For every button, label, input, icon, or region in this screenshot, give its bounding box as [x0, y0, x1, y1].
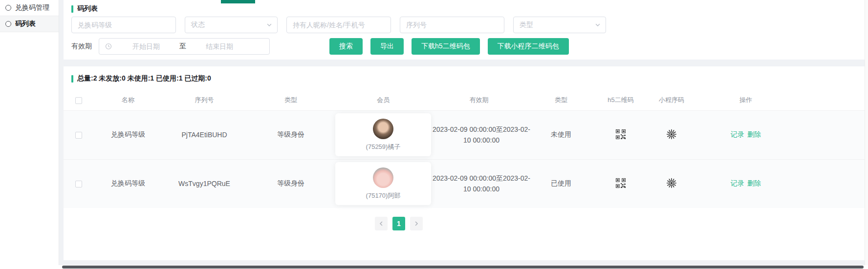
member-name: (75170)阿部	[366, 191, 401, 200]
serial-number-input[interactable]	[400, 17, 504, 33]
delete-link[interactable]: 删除	[747, 179, 761, 187]
summary-text: 总量:2 未发放:0 未使用:1 已使用:1 已过期:0	[77, 74, 211, 83]
codes-table: 名称序列号类型会员有效期类型h5二维码小程序码操作 兑换码等级PjTA4EtiB…	[64, 90, 865, 208]
select-placeholder: 类型	[520, 21, 533, 29]
radio-circle-icon	[5, 5, 11, 11]
page: 兑换码管理码列表 码列表 状态类型 有效期 至 搜索导出下载h5二维码包下载小程…	[0, 0, 868, 269]
search-button[interactable]: 搜索	[329, 38, 363, 55]
member-name: (75259)橘子	[366, 143, 401, 151]
end-date-input[interactable]	[190, 42, 249, 50]
chevron-down-icon	[595, 22, 601, 28]
sidebar-item[interactable]: 兑换码管理	[0, 0, 59, 16]
row-checkbox[interactable]	[75, 132, 82, 139]
status-cell: 未使用	[527, 110, 595, 159]
record-link[interactable]: 记录	[731, 179, 744, 187]
horizontal-scrollbar[interactable]	[59, 265, 868, 269]
download-miniprogram-qrcode-button[interactable]: 下载小程序二维码包	[488, 38, 569, 55]
radio-circle-icon	[5, 21, 11, 27]
select-placeholder: 状态	[191, 21, 205, 29]
column-header: 类型	[527, 90, 595, 110]
miniprogram-code-icon[interactable]	[666, 129, 677, 140]
prev-page-button[interactable]	[375, 217, 388, 230]
date-separator: 至	[179, 42, 186, 51]
type-select[interactable]: 类型	[513, 17, 606, 33]
status-cell: 已使用	[527, 159, 595, 208]
current-page-button[interactable]: 1	[392, 217, 405, 230]
filter-panel: 码列表 状态类型 有效期 至 搜索导出下载h5二维码包下载小程序二维码包	[64, 0, 865, 60]
next-icon	[413, 221, 419, 227]
table-panel: 总量:2 未发放:0 未使用:1 已使用:1 已过期:0 名称序列号类型会员有效…	[64, 66, 865, 260]
sidebar: 兑换码管理码列表	[0, 0, 59, 265]
start-date-input[interactable]	[117, 42, 175, 50]
code-level-input[interactable]	[71, 17, 176, 33]
actions-cell: 记录删除	[697, 110, 795, 159]
row-checkbox[interactable]	[75, 181, 82, 187]
clipped-page-element	[221, 0, 255, 3]
table-body: 兑换码等级PjTA4EtiBUHD等级身份(75259)橘子2023-02-09…	[64, 110, 865, 208]
table-row: 兑换码等级WsTvgy1PQRuE等级身份(75170)阿部2023-02-09…	[64, 159, 865, 208]
column-header: 序列号	[162, 90, 246, 110]
member-cell: (75259)橘子	[335, 110, 431, 159]
miniprogram-code-icon[interactable]	[666, 178, 677, 188]
qr-code-icon[interactable]	[616, 129, 626, 139]
holder-input[interactable]	[286, 17, 391, 33]
prev-icon	[378, 221, 384, 227]
member-cell: (75170)阿部	[335, 159, 431, 208]
summary-bar: 总量:2 未发放:0 未使用:1 已使用:1 已过期:0	[64, 72, 865, 90]
serial-cell: WsTvgy1PQRuE	[162, 159, 246, 208]
sidebar-item-label: 码列表	[15, 20, 36, 28]
column-header: h5二维码	[595, 90, 646, 110]
column-header: 有效期	[431, 90, 527, 110]
serial-cell: PjTA4EtiBUHD	[162, 110, 246, 159]
h5-qrcode-cell	[595, 110, 646, 159]
validity-label: 有效期	[71, 42, 94, 51]
main-content: 码列表 状态类型 有效期 至 搜索导出下载h5二维码包下载小程序二维码包	[59, 0, 865, 265]
column-header: 类型	[246, 90, 335, 110]
next-page-button[interactable]	[410, 217, 423, 230]
accent-bar-icon	[71, 75, 73, 83]
record-link[interactable]: 记录	[731, 130, 744, 138]
column-header: 操作	[697, 90, 795, 110]
table-header-row: 名称序列号类型会员有效期类型h5二维码小程序码操作	[64, 90, 865, 110]
chevron-down-icon	[266, 22, 272, 28]
select-all-checkbox[interactable]	[75, 97, 82, 104]
filter-row-2: 有效期 至 搜索导出下载h5二维码包下载小程序二维码包	[71, 38, 857, 55]
actions-cell: 记录删除	[697, 159, 795, 208]
clock-icon	[105, 43, 112, 50]
pagination: 1	[64, 217, 734, 230]
validity-cell: 2023-02-09 00:00:00至2023-02-10 00:00:00	[431, 159, 527, 208]
type-cell: 等级身份	[246, 159, 335, 208]
action-buttons: 搜索导出下载h5二维码包下载小程序二维码包	[329, 38, 569, 55]
horizontal-scrollbar-thumb[interactable]	[62, 266, 864, 269]
status-select[interactable]: 状态	[185, 17, 278, 33]
miniprogram-code-cell	[646, 159, 697, 208]
export-button[interactable]: 导出	[370, 38, 404, 55]
sidebar-item-label: 兑换码管理	[15, 3, 49, 12]
avatar	[373, 119, 393, 139]
miniprogram-code-cell	[646, 110, 697, 159]
column-header: 会员	[335, 90, 431, 110]
type-cell: 等级身份	[246, 110, 335, 159]
sidebar-items: 兑换码管理码列表	[0, 0, 59, 32]
qr-code-icon[interactable]	[616, 178, 626, 188]
avatar	[373, 167, 393, 188]
name-cell: 兑换码等级	[94, 159, 162, 208]
table-row: 兑换码等级PjTA4EtiBUHD等级身份(75259)橘子2023-02-09…	[64, 110, 865, 159]
validity-cell: 2023-02-09 00:00:00至2023-02-10 00:00:00	[431, 110, 527, 159]
date-range-picker[interactable]: 至	[99, 38, 270, 55]
vertical-scrollbar[interactable]	[865, 0, 868, 265]
checkbox-cell	[64, 159, 94, 208]
section-title: 码列表	[77, 4, 98, 13]
section-header: 码列表	[71, 3, 857, 14]
column-header: 名称	[94, 90, 162, 110]
sidebar-item[interactable]: 码列表	[0, 16, 59, 32]
h5-qrcode-cell	[595, 159, 646, 208]
member-card: (75170)阿部	[335, 162, 431, 205]
name-cell: 兑换码等级	[94, 110, 162, 159]
download-h5-qrcode-button[interactable]: 下载h5二维码包	[412, 38, 480, 55]
select-all-cell	[64, 90, 94, 110]
column-header: 小程序码	[646, 90, 697, 110]
delete-link[interactable]: 删除	[747, 130, 761, 138]
member-card: (75259)橘子	[335, 113, 431, 156]
filter-fields: 状态类型	[71, 17, 857, 33]
